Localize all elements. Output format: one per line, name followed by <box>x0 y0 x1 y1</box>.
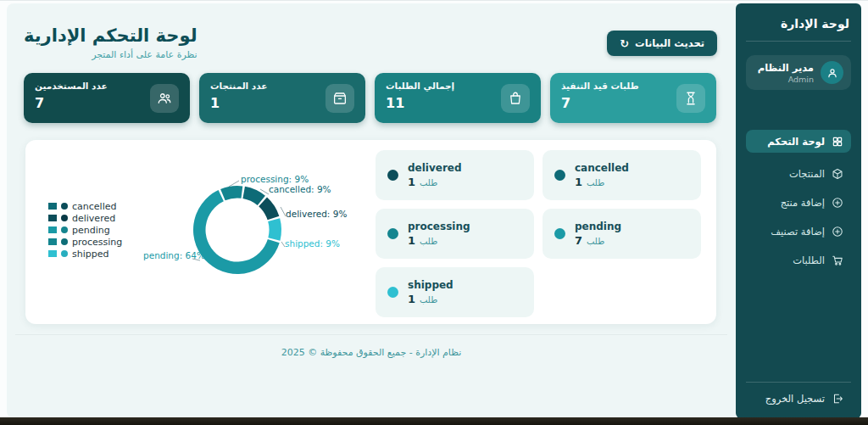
status-count: 1 طلب <box>575 176 629 188</box>
desktop-edge-bar <box>0 417 868 425</box>
user-info: مدير النظام Admin <box>758 62 814 84</box>
stat-info: إجمالي الطلبات 11 <box>386 81 454 115</box>
stat-card-pending-orders: طلبات قيد التنفيذ 7 <box>550 73 716 123</box>
box-watermark-icon <box>326 115 348 137</box>
stat-label: إجمالي الطلبات <box>386 81 454 91</box>
shopping-bag-icon <box>501 84 530 113</box>
stat-info: طلبات قيد التنفيذ 7 <box>561 81 639 115</box>
screen: لوحة التحكم الإدارية نظرة عامة على أداء … <box>0 0 868 425</box>
sidebar-item-add-product[interactable]: إضافة منتج <box>746 195 851 210</box>
status-card-cancelled: cancelled 1 طلب <box>542 150 701 200</box>
orders-overview-panel: processing: 9% cancelled: 9% delivered: … <box>25 140 716 324</box>
sidebar-item-products[interactable]: المنتجات <box>746 166 851 182</box>
callout-processing: processing: 9% <box>241 174 309 184</box>
main-content: لوحة التحكم الإدارية نظرة عامة على أداء … <box>7 3 736 418</box>
sidebar-item-label: المنتجات <box>789 168 825 180</box>
status-info: processing 1 طلب <box>408 221 470 247</box>
status-label: shipped <box>408 279 453 291</box>
callout-delivered: delivered: 9% <box>286 209 347 219</box>
sidebar: لوحة الإدارة مدير النظام Admin <box>736 3 861 418</box>
status-label: pending <box>575 221 621 232</box>
status-count: 1 طلب <box>408 176 462 188</box>
legend-swatch <box>48 238 57 245</box>
status-unit: طلب <box>420 178 437 187</box>
order-status-grid: delivered 1 طلب cancelled 1 <box>376 150 701 317</box>
legend-label: processing <box>72 237 122 248</box>
status-info: shipped 1 طلب <box>408 279 453 305</box>
legend-swatch <box>48 226 57 233</box>
box-icon <box>326 84 354 113</box>
legend-swatch <box>48 215 57 221</box>
footer: نظام الإدارة - جميع الحقوق محفوظة © 2025 <box>15 334 727 358</box>
status-unit: طلب <box>587 237 604 246</box>
status-unit: طلب <box>420 237 437 246</box>
status-card-processing: processing 1 طلب <box>376 209 534 259</box>
sidebar-item-label: إضافة تصنيف <box>771 226 825 238</box>
footer-text: نظام الإدارة - جميع الحقوق محفوظة © 2025 <box>281 347 462 358</box>
legend-dot <box>61 215 68 221</box>
grid-icon <box>832 136 843 148</box>
hourglass-watermark-icon <box>677 115 699 137</box>
status-label: cancelled <box>575 162 629 174</box>
stat-info: عدد المستخدمين 7 <box>35 81 108 115</box>
status-dot <box>554 228 565 239</box>
status-count: 7 طلب <box>575 234 621 247</box>
page-title: لوحة التحكم الإدارية <box>24 25 198 46</box>
status-info: cancelled 1 طلب <box>575 162 629 188</box>
plus-circle-icon <box>832 226 843 238</box>
refresh-icon: ↻ <box>620 38 629 49</box>
hourglass-icon <box>676 84 705 113</box>
legend-item-shipped[interactable]: shipped <box>48 248 122 260</box>
legend-label: cancelled <box>72 201 116 212</box>
status-card-delivered: delivered 1 طلب <box>376 150 534 200</box>
legend-dot <box>61 203 68 210</box>
page-header: لوحة التحكم الإدارية نظرة عامة على أداء … <box>24 25 717 60</box>
status-unit: طلب <box>420 295 437 305</box>
avatar <box>821 61 843 84</box>
status-label: processing <box>408 221 470 232</box>
sidebar-spacer <box>746 282 851 382</box>
status-dot <box>554 170 565 181</box>
divider <box>746 41 851 42</box>
legend-item-cancelled[interactable]: cancelled <box>48 200 122 212</box>
sidebar-nav: لوحة التحكم المنتجات إضافة منتج <box>746 130 851 282</box>
stat-label: عدد المنتجات <box>210 81 268 91</box>
stat-value: 7 <box>561 95 639 111</box>
stats-row: عدد المستخدمين 7 عدد المنتجات 1 <box>24 73 716 123</box>
sidebar-item-add-category[interactable]: إضافة تصنيف <box>746 224 851 239</box>
users-watermark-icon <box>151 115 173 137</box>
status-count: 1 طلب <box>408 293 453 305</box>
sidebar-item-orders[interactable]: الطلبات <box>746 253 851 268</box>
callout-shipped: shipped: 9% <box>285 238 340 249</box>
legend-label: pending <box>72 225 110 236</box>
users-icon <box>150 84 179 113</box>
page-subtitle: نظرة عامة على أداء المتجر <box>24 49 198 60</box>
stat-card-total-orders: إجمالي الطلبات 11 <box>375 73 541 123</box>
status-card-shipped: shipped 1 طلب <box>376 267 534 317</box>
legend-item-delivered[interactable]: delivered <box>48 212 122 224</box>
status-card-pending: pending 7 طلب <box>542 209 701 259</box>
sidebar-item-label: الطلبات <box>793 254 825 266</box>
status-dot <box>387 228 398 239</box>
user-role: Admin <box>758 75 814 84</box>
legend-dot <box>61 250 68 257</box>
donut-slice-shipped[interactable] <box>268 218 281 240</box>
stat-value: 7 <box>35 95 108 111</box>
donut-slice-delivered[interactable] <box>259 198 279 221</box>
legend-item-pending[interactable]: pending <box>48 224 122 236</box>
status-number: 1 <box>408 176 415 188</box>
legend-swatch <box>48 203 57 210</box>
sidebar-item-dashboard[interactable]: لوحة التحكم <box>746 130 851 153</box>
chart-legend: cancelled delivered pending <box>48 200 122 260</box>
status-label: delivered <box>408 162 462 174</box>
user-card[interactable]: مدير النظام Admin <box>746 55 851 90</box>
legend-dot <box>61 226 68 233</box>
refresh-button-label: تحديث البيانات <box>635 37 704 49</box>
donut-slice-processing[interactable] <box>220 186 242 200</box>
legend-item-processing[interactable]: processing <box>48 236 122 248</box>
logout-label: تسجيل الخروج <box>765 393 825 405</box>
stat-info: عدد المنتجات 1 <box>210 81 268 115</box>
refresh-data-button[interactable]: تحديث البيانات ↻ <box>607 31 717 56</box>
logout-button[interactable]: تسجيل الخروج <box>746 383 851 406</box>
donut-slice-cancelled[interactable] <box>242 187 264 205</box>
